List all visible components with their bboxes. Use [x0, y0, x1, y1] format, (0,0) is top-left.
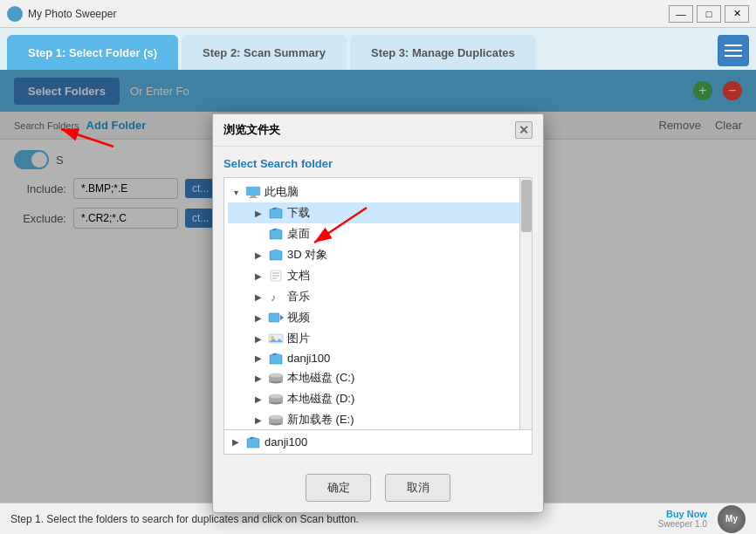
svg-rect-4 — [249, 197, 258, 198]
desktop-label: 桌面 — [287, 226, 310, 242]
expand-3d[interactable]: ▶ — [252, 249, 265, 261]
drive-e-label: 新加载卷 (E:) — [287, 412, 354, 428]
video-label: 视频 — [287, 310, 310, 325]
tree-item-video[interactable]: ▶ 视频 — [228, 307, 528, 328]
browse-folder-dialog: 浏览文件夹 ✕ Select Search folder ▾ — [212, 113, 544, 513]
app-title: My Photo Sweeper — [28, 8, 669, 20]
tree-item-danji100-root[interactable]: ▶ danji100 — [228, 433, 528, 451]
svg-point-22 — [269, 415, 283, 420]
tree-item-docs[interactable]: ▶ 文档 — [228, 265, 528, 286]
expand-danji100-root[interactable]: ▶ — [230, 436, 242, 448]
confirm-button[interactable]: 确定 — [306, 474, 371, 502]
drive-c-label: 本地磁盘 (C:) — [287, 370, 354, 386]
tab-scan-summary[interactable]: Step 2: Scan Summary — [182, 35, 347, 70]
danji100-child-icon — [268, 353, 284, 365]
svg-point-16 — [269, 373, 283, 378]
3d-label: 3D 对象 — [287, 247, 327, 263]
tab-select-folder[interactable]: Step 1: Select Folder (s) — [7, 35, 178, 70]
app-container: Step 1: Select Folder (s) Step 2: Scan S… — [0, 28, 756, 534]
docs-label: 文档 — [287, 268, 310, 284]
dialog-titlebar: 浏览文件夹 ✕ — [213, 114, 543, 147]
content-area: Select Folders Or Enter Fo + − Search Fo… — [0, 70, 756, 503]
version-text: Sweeper 1.0 — [658, 519, 707, 529]
expand-video[interactable]: ▶ — [252, 312, 265, 324]
maximize-button[interactable]: □ — [697, 5, 721, 23]
drive-d-label: 本地磁盘 (D:) — [287, 391, 354, 407]
tree-item-drive-e[interactable]: ▶ 新加载卷 (E:) — [228, 409, 528, 430]
dialog-close-button[interactable]: ✕ — [515, 121, 533, 139]
svg-point-19 — [269, 394, 283, 399]
hamburger-line-2 — [725, 50, 742, 51]
expand-pc[interactable]: ▾ — [230, 186, 242, 198]
tree-item-desktop[interactable]: ▶ 桌面 — [228, 223, 528, 244]
dialog-title: 浏览文件夹 — [223, 122, 280, 138]
hamburger-line-3 — [725, 55, 742, 57]
dialog-footer: 确定 取消 — [213, 465, 543, 512]
downloads-icon — [268, 207, 284, 219]
dialog-subtitle: Select Search folder — [223, 157, 533, 170]
tree-item-drive-d[interactable]: ▶ 本地磁盘 (D:) — [228, 388, 528, 409]
danji100-root-label: danji100 — [265, 435, 307, 448]
tree-item-drive-c[interactable]: ▶ 本地磁盘 (C:) — [228, 367, 528, 388]
danji100-root-icon — [245, 436, 261, 448]
dialog-overlay: 浏览文件夹 ✕ Select Search folder ▾ — [0, 70, 756, 503]
menu-button[interactable] — [718, 35, 749, 66]
svg-marker-11 — [280, 315, 284, 320]
expand-docs[interactable]: ▶ — [252, 270, 265, 282]
svg-text:♪: ♪ — [271, 291, 276, 303]
tree-item-pc[interactable]: ▾ 此电脑 — [228, 181, 528, 202]
svg-rect-3 — [251, 195, 256, 197]
expand-drive-d[interactable]: ▶ — [252, 393, 265, 405]
status-logo-area: Buy Now Sweeper 1.0 My — [658, 505, 746, 533]
music-label: 音乐 — [287, 289, 310, 305]
music-icon: ♪ — [268, 291, 284, 303]
expand-drive-e[interactable]: ▶ — [252, 414, 265, 426]
tree-item-danji100-child[interactable]: ▶ danji100 — [228, 349, 528, 367]
status-text: Step 1. Select the folders to search for… — [10, 513, 359, 525]
downloads-label: 下载 — [287, 205, 310, 221]
arrow-annotation-1 — [52, 120, 122, 155]
pictures-icon — [268, 332, 284, 345]
expand-danji100-child[interactable]: ▶ — [252, 353, 265, 365]
svg-line-1 — [61, 129, 113, 147]
3d-icon — [268, 249, 284, 261]
folder-tree[interactable]: ▾ 此电脑 ▶ — [223, 177, 533, 430]
tree-footer-item: ▶ danji100 — [223, 430, 533, 455]
pc-icon — [245, 186, 261, 198]
expand-downloads[interactable]: ▶ — [252, 207, 265, 219]
minimize-button[interactable]: — — [669, 5, 693, 23]
tree-scrollbar[interactable] — [519, 178, 532, 429]
tabs-bar: Step 1: Select Folder (s) Step 2: Scan S… — [0, 28, 756, 70]
svg-rect-10 — [269, 313, 279, 322]
tree-item-music[interactable]: ▶ ♪ 音乐 — [228, 286, 528, 307]
svg-rect-2 — [246, 187, 260, 195]
expand-music[interactable]: ▶ — [252, 291, 265, 303]
docs-icon — [268, 270, 284, 282]
expand-pictures[interactable]: ▶ — [252, 332, 265, 345]
tab-manage-duplicates[interactable]: Step 3: Manage Duplicates — [350, 35, 536, 70]
scrollbar-thumb — [521, 180, 532, 232]
pc-label: 此电脑 — [265, 184, 299, 200]
tree-item-downloads[interactable]: ▶ 下载 — [228, 202, 528, 223]
window-controls: — □ ✕ — [669, 5, 749, 23]
drive-e-icon — [268, 414, 284, 426]
app-logo: My — [718, 505, 746, 533]
cancel-button[interactable]: 取消 — [385, 474, 450, 502]
hamburger-line-1 — [725, 44, 742, 46]
danji100-child-label: danji100 — [287, 352, 330, 365]
pictures-label: 图片 — [287, 331, 310, 346]
tree-item-3d[interactable]: ▶ 3D 对象 — [228, 244, 528, 265]
tree-item-pictures[interactable]: ▶ 图片 — [228, 328, 528, 349]
close-button[interactable]: ✕ — [725, 5, 749, 23]
dialog-content: Select Search folder ▾ — [213, 147, 543, 465]
video-icon — [268, 312, 284, 324]
desktop-icon — [268, 228, 284, 240]
buy-now-label[interactable]: Buy Now — [666, 509, 707, 519]
drive-d-icon — [268, 393, 284, 405]
drive-c-icon — [268, 372, 284, 384]
expand-drive-c[interactable]: ▶ — [252, 372, 265, 384]
app-icon — [7, 6, 23, 22]
title-bar: My Photo Sweeper — □ ✕ — [0, 0, 756, 28]
